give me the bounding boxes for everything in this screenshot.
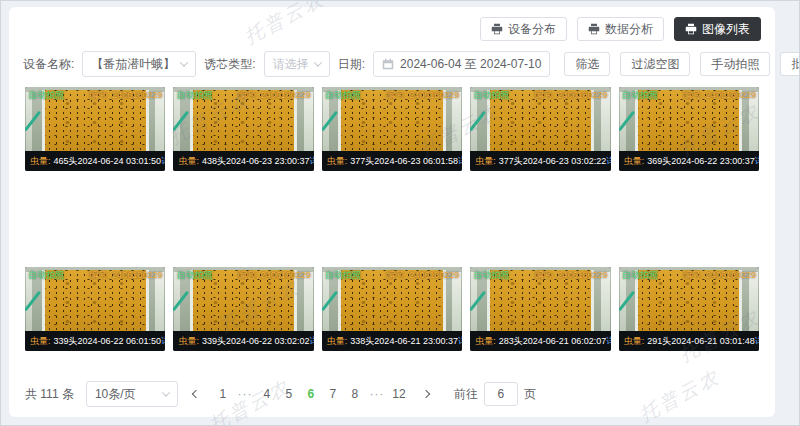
device-name-select[interactable]: 【番茄潜叶蛾】 xyxy=(82,51,196,77)
insect-count-value: 291头 xyxy=(647,335,671,348)
main-panel: 设备分布数据分析图像列表 设备名称: 【番茄潜叶蛾】 诱芯类型: 请选择 日期:… xyxy=(9,7,775,417)
trap-photo: 自动拍照编号: 2406180229 xyxy=(619,267,759,331)
view-tab-label: 数据分析 xyxy=(605,21,653,38)
goto-page-input[interactable] xyxy=(484,382,518,406)
detail-link[interactable]: 详情 xyxy=(606,335,610,348)
insect-count-label: 虫量: xyxy=(178,155,199,168)
trap-image-card[interactable]: 自动拍照编号: 2406180229虫量:338头2024-06-21 23:0… xyxy=(322,267,462,351)
trap-image-card[interactable]: 自动拍照编号: 2406180229虫量:283头2024-06-21 06:0… xyxy=(470,267,610,351)
page-number-4[interactable]: 4 xyxy=(258,385,276,403)
device-name-value: 【番茄潜叶蛾】 xyxy=(91,56,175,73)
detail-link[interactable]: 详情 xyxy=(755,155,759,168)
device-id-overlay: 编号: 2406180229 xyxy=(683,269,756,282)
page-number-7[interactable]: 7 xyxy=(324,385,342,403)
capture-time: 2024-06-22 03:02:02 xyxy=(226,336,310,346)
device-id-overlay: 编号: 2406180229 xyxy=(535,269,608,282)
detail-link[interactable]: 详情 xyxy=(606,155,610,168)
capture-time: 2024-06-23 23:00:37 xyxy=(226,156,310,166)
detail-link[interactable]: 详情 xyxy=(161,335,165,348)
page-size-value: 10条/页 xyxy=(95,386,136,403)
view-tab-设备分布[interactable]: 设备分布 xyxy=(480,17,567,41)
filter-action-button-3[interactable]: 手动拍照 xyxy=(700,52,770,76)
filter-action-button-1[interactable]: 筛选 xyxy=(564,52,610,76)
printer-icon xyxy=(685,23,697,35)
lure-type-label: 诱芯类型: xyxy=(204,56,255,73)
device-id-overlay: 编号: 2406180229 xyxy=(89,269,162,282)
trap-image-card[interactable]: 自动拍照编号: 2406180229虫量:339头2024-06-22 03:0… xyxy=(173,267,313,351)
auto-capture-overlay: 自动拍照 xyxy=(176,89,212,102)
view-tab-图像列表[interactable]: 图像列表 xyxy=(674,17,761,41)
page-size-select[interactable]: 10条/页 xyxy=(86,381,178,407)
image-info-bar: 虫量:339头2024-06-22 06:01:50详情 xyxy=(25,331,165,351)
next-page-button[interactable] xyxy=(416,383,436,405)
capture-time: 2024-06-21 06:02:07 xyxy=(523,336,607,346)
view-tab-label: 设备分布 xyxy=(508,21,556,38)
trap-image-card[interactable]: 自动拍照编号: 2406180229虫量:377头2024-06-23 03:0… xyxy=(470,87,610,171)
date-range-input[interactable]: 2024-06-04 至 2024-07-10 xyxy=(373,51,550,77)
detail-link[interactable]: 详情 xyxy=(458,335,462,348)
filter-row: 设备名称: 【番茄潜叶蛾】 诱芯类型: 请选择 日期: 2024-06-04 至… xyxy=(9,41,775,77)
device-id-overlay: 编号: 2406180229 xyxy=(386,89,459,102)
insect-count-value: 283头 xyxy=(499,335,523,348)
page-ellipsis: ··· xyxy=(236,385,254,403)
detail-link[interactable]: 详情 xyxy=(755,335,759,348)
lure-type-placeholder: 请选择 xyxy=(273,56,309,73)
chevron-right-icon xyxy=(422,390,430,398)
detail-link[interactable]: 详情 xyxy=(458,155,462,168)
filter-action-button-4[interactable]: 批量识别 xyxy=(780,52,800,76)
trap-image-card[interactable]: 自动拍照编号: 2406180229虫量:339头2024-06-22 06:0… xyxy=(25,267,165,351)
trap-photo: 自动拍照编号: 2406180229 xyxy=(173,267,313,331)
insect-count: 虫量:377头 xyxy=(475,155,523,168)
page-number-1[interactable]: 1 xyxy=(214,385,232,403)
goto-prefix-label: 前往 xyxy=(454,386,478,403)
detail-link[interactable]: 详情 xyxy=(310,155,314,168)
image-grid-row-2: 自动拍照编号: 2406180229虫量:339头2024-06-22 06:0… xyxy=(9,267,775,351)
chevron-down-icon xyxy=(313,58,321,66)
printer-icon xyxy=(491,23,503,35)
insect-count: 虫量:283头 xyxy=(475,335,523,348)
trap-image-card[interactable]: 自动拍照编号: 2406180229虫量:369头2024-06-22 23:0… xyxy=(619,87,759,171)
page-ellipsis: ··· xyxy=(368,385,386,403)
page-number-12[interactable]: 12 xyxy=(390,385,408,403)
auto-capture-overlay: 自动拍照 xyxy=(622,89,658,102)
image-grid-row-1: 自动拍照编号: 2406180229虫量:465头2024-06-24 03:0… xyxy=(9,87,775,171)
trap-image-card[interactable]: 自动拍照编号: 2406180229虫量:377头2024-06-23 06:0… xyxy=(322,87,462,171)
view-tab-数据分析[interactable]: 数据分析 xyxy=(577,17,664,41)
insect-count-value: 438头 xyxy=(202,155,226,168)
page-number-8[interactable]: 8 xyxy=(346,385,364,403)
insect-count-value: 339头 xyxy=(54,335,78,348)
trap-photo: 自动拍照编号: 2406180229 xyxy=(173,87,313,151)
capture-time: 2024-06-23 03:02:22 xyxy=(523,156,607,166)
image-info-bar: 虫量:377头2024-06-23 03:02:22详情 xyxy=(470,151,610,171)
trap-image-card[interactable]: 自动拍照编号: 2406180229虫量:291头2024-06-21 03:0… xyxy=(619,267,759,351)
detail-link[interactable]: 详情 xyxy=(161,155,165,168)
device-id-overlay: 编号: 2406180229 xyxy=(683,89,756,102)
image-info-bar: 虫量:338头2024-06-21 23:00:37详情 xyxy=(322,331,462,351)
trap-image-card[interactable]: 自动拍照编号: 2406180229虫量:465头2024-06-24 03:0… xyxy=(25,87,165,171)
device-id-overlay: 编号: 2406180229 xyxy=(238,89,311,102)
topbar: 设备分布数据分析图像列表 xyxy=(9,7,775,41)
capture-time: 2024-06-22 06:01:50 xyxy=(78,336,162,346)
filter-action-button-2[interactable]: 过滤空图 xyxy=(620,52,690,76)
detail-link[interactable]: 详情 xyxy=(310,335,314,348)
total-count-label: 共 111 条 xyxy=(25,386,74,403)
page-number-5[interactable]: 5 xyxy=(280,385,298,403)
insect-count-label: 虫量: xyxy=(327,335,348,348)
page-numbers: 1···45678···12 xyxy=(214,385,408,403)
image-info-bar: 虫量:438头2024-06-23 23:00:37详情 xyxy=(173,151,313,171)
trap-photo: 自动拍照编号: 2406180229 xyxy=(470,87,610,151)
lure-type-select[interactable]: 请选择 xyxy=(264,51,330,77)
insect-count-value: 377头 xyxy=(350,155,374,168)
insect-count: 虫量:369头 xyxy=(624,155,672,168)
prev-page-button[interactable] xyxy=(186,383,206,405)
goto-suffix-label: 页 xyxy=(524,386,536,403)
insect-count-label: 虫量: xyxy=(30,335,51,348)
page-number-6[interactable]: 6 xyxy=(302,385,320,403)
insect-count-label: 虫量: xyxy=(624,155,645,168)
insect-count-label: 虫量: xyxy=(30,155,51,168)
trap-photo: 自动拍照编号: 2406180229 xyxy=(470,267,610,331)
insect-count-value: 465头 xyxy=(54,155,78,168)
device-name-label: 设备名称: xyxy=(23,56,74,73)
trap-image-card[interactable]: 自动拍照编号: 2406180229虫量:438头2024-06-23 23:0… xyxy=(173,87,313,171)
image-info-bar: 虫量:369头2024-06-22 23:00:37详情 xyxy=(619,151,759,171)
